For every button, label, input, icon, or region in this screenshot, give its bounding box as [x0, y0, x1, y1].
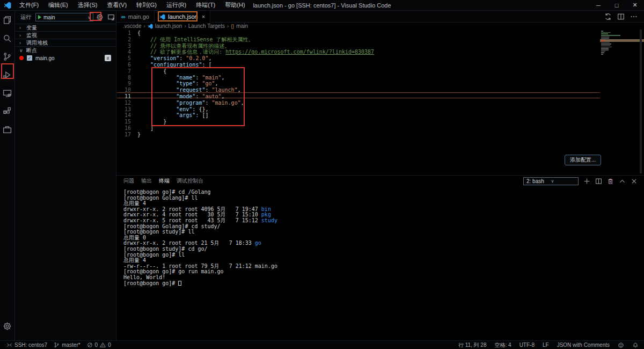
- breakpoint-checkbox[interactable]: ✓: [27, 55, 32, 61]
- tab-close-icon[interactable]: ×: [202, 13, 205, 20]
- minimap[interactable]: [601, 31, 627, 55]
- line-number: 16: [117, 125, 131, 132]
- line-number: 3: [117, 43, 131, 49]
- sidebar-section-expanded[interactable]: ∨断点: [15, 46, 116, 54]
- terminal-output[interactable]: [root@bogon go]# cd /Golang[root@bogon G…: [123, 190, 277, 286]
- docker-explorer-icon[interactable]: [0, 120, 15, 139]
- breakpoint-item[interactable]: ✓main.go8: [15, 54, 116, 62]
- editor-scrollbar[interactable]: [640, 30, 642, 173]
- new-terminal-icon[interactable]: [583, 178, 590, 185]
- code-editor[interactable]: 1{2 // 使用 IntelliSense 了解相关属性。3 // 悬停以查看…: [117, 30, 600, 138]
- code-line[interactable]: 6 "configurations": [: [117, 62, 600, 68]
- line-number: 9: [117, 81, 131, 87]
- settings-gear-icon[interactable]: [0, 317, 15, 335]
- tabbar-actions: [604, 11, 644, 22]
- kill-terminal-trash-icon[interactable]: [607, 178, 614, 185]
- explorer-icon[interactable]: [0, 11, 15, 29]
- code-line[interactable]: 15 }: [117, 119, 600, 125]
- sidebar-section-collapsed[interactable]: ›监视: [15, 31, 116, 39]
- editor-tabbar: ∞ main.go launch.json ×: [116, 11, 644, 23]
- problems-indicator[interactable]: 0 0: [87, 342, 111, 348]
- code-line[interactable]: 13 "env": {},: [117, 106, 600, 113]
- remote-indicator[interactable]: SSH: centos7: [6, 342, 47, 348]
- tab-launch-json[interactable]: launch.json ×: [155, 11, 210, 23]
- split-terminal-icon[interactable]: [595, 178, 602, 185]
- minimap-current-line-stripe: [600, 39, 644, 42]
- sidebar-section-collapsed[interactable]: ›变量: [15, 24, 116, 31]
- menu-item[interactable]: 查看(V): [103, 0, 130, 10]
- close-button[interactable]: ✕: [626, 0, 644, 10]
- menu-item[interactable]: 文件(F): [16, 0, 42, 10]
- tab-main-go[interactable]: ∞ main.go: [116, 11, 155, 23]
- language-mode[interactable]: JSON with Comments: [557, 342, 610, 348]
- code-line[interactable]: 8 "name": "main",: [117, 75, 600, 81]
- code-line[interactable]: 9 "type": "go",: [117, 81, 600, 87]
- sync-icon[interactable]: [604, 13, 612, 20]
- breadcrumb-vscode[interactable]: .vscode: [123, 23, 141, 29]
- eol-setting[interactable]: LF: [543, 342, 549, 348]
- panel-tab-output[interactable]: 输出: [141, 177, 152, 185]
- git-branch-indicator[interactable]: master*: [54, 342, 80, 348]
- code-line[interactable]: 11 "mode": "auto",: [117, 93, 600, 100]
- split-editor-icon[interactable]: [617, 13, 625, 20]
- breadcrumb-launch-targets[interactable]: Launch Targets: [188, 23, 225, 29]
- terminal-select-dropdown[interactable]: 2: bash ∨: [523, 177, 579, 185]
- run-debug-icon[interactable]: [0, 66, 15, 84]
- debug-console-icon[interactable]: [106, 13, 116, 21]
- minimap-line: [601, 33, 608, 34]
- code-line[interactable]: 3 // 悬停以查看现有属性的描述。: [117, 43, 600, 49]
- vscode-logo-icon: [4, 2, 11, 9]
- configure-gear-icon[interactable]: [95, 13, 105, 21]
- chevron-down-icon: ∨: [87, 15, 91, 20]
- maximize-panel-icon[interactable]: [619, 178, 626, 185]
- branch-icon: [54, 342, 60, 348]
- minimize-button[interactable]: ─: [589, 0, 608, 10]
- code-line[interactable]: 14 "args": []: [117, 112, 600, 119]
- breadcrumb-separator: ›: [227, 23, 229, 29]
- chevron-down-icon: ∨: [551, 179, 576, 184]
- indentation-setting[interactable]: 空格: 4: [495, 341, 511, 349]
- sidebar-sections: ›变量›监视›调用堆栈∨断点✓main.go8: [15, 24, 116, 62]
- more-actions-icon[interactable]: [630, 13, 638, 20]
- search-icon[interactable]: [0, 29, 15, 47]
- breadcrumb: .vscode › launch.json › Launch Targets ›…: [116, 23, 644, 30]
- menu-item[interactable]: 编辑(E): [45, 0, 72, 10]
- line-number: 15: [117, 119, 131, 125]
- launch-config-dropdown[interactable]: main ∨: [35, 13, 93, 21]
- panel-tab-problems[interactable]: 问题: [123, 177, 134, 185]
- code-line[interactable]: 2 // 使用 IntelliSense 了解相关属性。: [117, 37, 600, 43]
- code-line[interactable]: 1{: [117, 30, 600, 37]
- terminal-line: [root@bogon Golang]# ll: [123, 195, 277, 201]
- cursor-position[interactable]: 行 11, 列 28: [458, 341, 487, 349]
- source-control-icon[interactable]: [0, 47, 15, 66]
- sidebar-section-collapsed[interactable]: ›调用堆栈: [15, 39, 116, 46]
- breadcrumb-main[interactable]: main: [236, 23, 248, 29]
- minimap-breakpoint-dot: [602, 40, 604, 42]
- code-line[interactable]: 4 // 欲了解更多信息，请访问: https://go.microsoft.c…: [117, 49, 600, 55]
- feedback-smiley-icon[interactable]: [618, 342, 624, 348]
- code-line[interactable]: 7 {: [117, 68, 600, 75]
- add-configuration-button[interactable]: 添加配置...: [565, 155, 601, 165]
- notifications-bell-icon[interactable]: [632, 342, 639, 348]
- breadcrumb-launch-json[interactable]: launch.json: [155, 23, 182, 29]
- menu-item[interactable]: 选择(S): [74, 0, 101, 10]
- breakpoint-badge: 8: [105, 55, 111, 61]
- encoding-setting[interactable]: UTF-8: [519, 342, 535, 348]
- menu-item[interactable]: 转到(G): [133, 0, 160, 10]
- panel-tab-terminal[interactable]: 终端: [159, 177, 170, 185]
- code-line[interactable]: 5 "version": "0.2.0",: [117, 55, 600, 62]
- remote-explorer-icon[interactable]: [0, 84, 15, 102]
- start-debug-icon[interactable]: [38, 15, 41, 19]
- panel-tab-debug-console[interactable]: 调试控制台: [177, 177, 203, 185]
- extensions-icon[interactable]: [0, 102, 15, 120]
- maximize-button[interactable]: □: [608, 0, 626, 10]
- line-number: 11: [117, 93, 131, 100]
- menu-item[interactable]: 帮助(H): [221, 0, 248, 10]
- menu-item[interactable]: 终端(T): [192, 0, 219, 10]
- close-panel-icon[interactable]: [631, 178, 638, 185]
- code-line[interactable]: 12 "program": "main.go",: [117, 100, 600, 106]
- code-line[interactable]: 17}: [117, 132, 600, 138]
- menu-item[interactable]: 运行(R): [163, 0, 190, 10]
- code-line[interactable]: 10 "request": "launch",: [117, 87, 600, 93]
- code-line[interactable]: 16 ]: [117, 125, 600, 132]
